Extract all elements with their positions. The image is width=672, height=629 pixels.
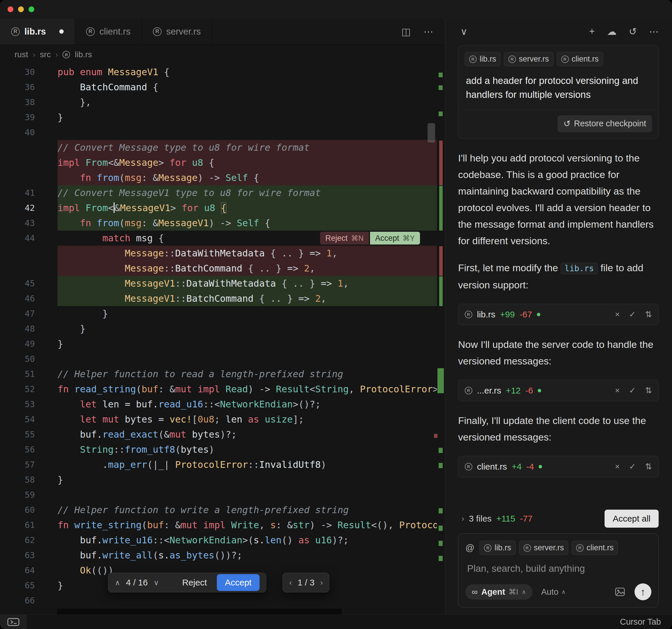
code-editor[interactable]: 30pub enum MessageV1 {36 BatchCommand {3…	[0, 65, 445, 614]
pill-label: client.rs	[586, 543, 614, 552]
composer-pill-lib-rs[interactable]: R lib.rs	[480, 541, 515, 555]
model-selector[interactable]: Auto ∧	[541, 587, 566, 597]
rust-file-icon: R	[576, 544, 584, 552]
file-name: client.rs	[477, 462, 507, 472]
added-count: +4	[511, 462, 522, 472]
line-number: 41	[0, 188, 35, 198]
breadcrumb[interactable]: rust › src › R lib.rs	[0, 45, 445, 65]
editor-pane: R lib.rs R client.rs R server.rs ◫ ⋯	[0, 19, 445, 614]
next-diff-button[interactable]: ∨	[153, 578, 159, 587]
split-editor-icon[interactable]: ◫	[401, 26, 411, 37]
code-line: 44 match msg {Reject⌘NAccept⌘Y	[0, 231, 445, 246]
line-number: 50	[0, 354, 35, 364]
file-diff-card-lib-rs[interactable]: R lib.rs +99 -67 × ✓ ⇅	[458, 304, 658, 325]
line-number: 59	[0, 490, 35, 500]
new-chat-icon[interactable]: +	[589, 26, 595, 37]
editor-actions: ◫ ⋯	[401, 19, 445, 45]
code-line: 51// Helper function to read a length-pr…	[0, 367, 445, 382]
file-name: lib.rs	[477, 309, 495, 320]
line-number: 53	[0, 399, 35, 409]
tab-client-rs[interactable]: R client.rs	[75, 19, 142, 45]
tab-label: server.rs	[166, 26, 201, 37]
composer-toolbar: ∞ Agent ⌘I ∧ Auto ∧	[465, 583, 651, 600]
chat-input[interactable]: Plan, search, build anything	[467, 563, 650, 574]
cursor-tab-status[interactable]: Cursor Tab	[620, 617, 672, 627]
reject-button[interactable]: Reject	[178, 578, 211, 587]
history-icon[interactable]: ↺	[629, 26, 637, 37]
reject-file-icon[interactable]: ×	[615, 462, 620, 471]
context-pill-client-rs[interactable]: R client.rs	[557, 52, 603, 66]
line-number: 60	[0, 505, 35, 515]
line-number: 52	[0, 384, 35, 394]
reject-file-icon[interactable]: ×	[615, 386, 620, 395]
file-diff-card-server-rs[interactable]: R ...er.rs +12 -6 × ✓ ⇅	[458, 380, 658, 401]
collapse-chat-icon[interactable]: ∨	[460, 26, 467, 37]
close-window-button[interactable]	[7, 6, 14, 12]
scrollbar-thumb[interactable]	[428, 123, 435, 143]
code-line: 41// Convert MessageV1 type to u8 for wi…	[0, 185, 445, 200]
horizontal-scrollbar[interactable]	[57, 609, 342, 614]
mention-button[interactable]: @	[465, 543, 474, 553]
breadcrumb-item-file[interactable]: lib.rs	[75, 50, 92, 59]
breadcrumb-item-src[interactable]: src	[40, 50, 51, 59]
rust-file-icon: R	[561, 55, 569, 63]
line-number: 36	[0, 82, 35, 92]
next-file-button[interactable]: ›	[320, 578, 322, 587]
accept-file-icon[interactable]: ✓	[629, 462, 636, 471]
breadcrumb-item-rust[interactable]: rust	[15, 50, 28, 59]
removed-count: -4	[526, 462, 534, 472]
line-number: 62	[0, 535, 35, 545]
expand-file-icon[interactable]: ⇅	[645, 309, 652, 319]
composer-pill-client-rs[interactable]: R client.rs	[572, 541, 618, 555]
arrow-up-icon: ↑	[641, 586, 646, 598]
line-number: 46	[0, 294, 35, 303]
context-pill-lib-rs[interactable]: R lib.rs	[465, 52, 501, 66]
code-line: 48 }	[0, 321, 445, 336]
minimize-window-button[interactable]	[18, 6, 24, 12]
composer-pill-server-rs[interactable]: R server.rs	[519, 541, 569, 555]
expand-summary-icon[interactable]: ›	[461, 514, 464, 523]
line-number: 43	[0, 218, 35, 228]
file-name: ...er.rs	[477, 386, 501, 396]
pill-label: server.rs	[534, 543, 564, 552]
line-number: 45	[0, 278, 35, 288]
pill-label: lib.rs	[495, 543, 511, 552]
chat-more-icon[interactable]: ⋯	[649, 26, 658, 37]
reject-file-icon[interactable]: ×	[615, 310, 620, 319]
accept-all-button[interactable]: Accept all	[605, 510, 658, 528]
line-number: 63	[0, 550, 35, 560]
file-diff-card-client-rs[interactable]: R client.rs +4 -4 × ✓ ⇅	[458, 456, 658, 477]
pill-label: client.rs	[572, 55, 599, 64]
code-line: 58}	[0, 472, 445, 487]
agent-mode-selector[interactable]: ∞ Agent ⌘I ∧	[465, 584, 532, 600]
prev-file-button[interactable]: ‹	[289, 578, 291, 587]
accept-button[interactable]: Accept	[217, 574, 260, 591]
zoom-window-button[interactable]	[28, 6, 34, 12]
prev-diff-button[interactable]: ∧	[115, 578, 120, 587]
modified-dot	[538, 389, 541, 392]
tab-server-rs[interactable]: R server.rs	[142, 19, 212, 45]
accept-file-icon[interactable]: ✓	[629, 309, 636, 319]
send-button[interactable]: ↑	[634, 583, 651, 600]
attach-image-button[interactable]	[614, 586, 626, 598]
line-number: 64	[0, 565, 35, 575]
cloud-icon[interactable]: ☁	[607, 26, 617, 37]
expand-file-icon[interactable]: ⇅	[645, 386, 652, 395]
context-pill-server-rs[interactable]: R server.rs	[504, 52, 553, 66]
line-number: 30	[0, 67, 35, 77]
expand-file-icon[interactable]: ⇅	[645, 462, 652, 471]
toggle-panel-button[interactable]	[0, 615, 27, 629]
tab-lib-rs[interactable]: R lib.rs	[0, 19, 75, 45]
removed-count: -67	[520, 309, 532, 320]
accept-file-icon[interactable]: ✓	[629, 386, 636, 395]
code-line: 36 BatchCommand {	[0, 80, 445, 95]
editor-more-icon[interactable]: ⋯	[424, 26, 433, 37]
reject-hunk-button[interactable]: Reject⌘N	[320, 232, 369, 245]
restore-checkpoint-button[interactable]: ↺ Restore checkpoint	[557, 115, 652, 132]
line-number: 66	[0, 596, 35, 605]
code-line: 42impl From<&MessageV1> for u8 {	[0, 200, 445, 216]
code-line: 38 },	[0, 95, 445, 110]
rust-file-icon: R	[469, 55, 477, 63]
accept-hunk-button[interactable]: Accept⌘Y	[370, 232, 420, 245]
removed-count: -6	[525, 386, 533, 396]
